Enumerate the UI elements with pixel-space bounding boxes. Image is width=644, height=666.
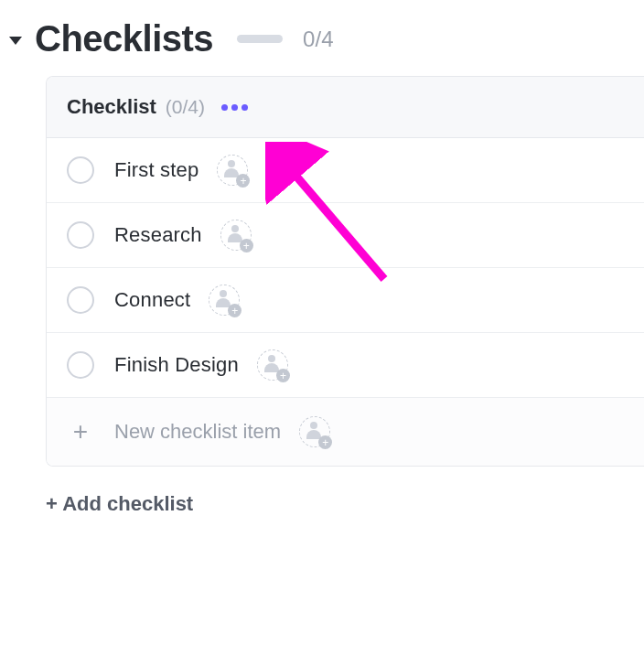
checklist-item[interactable]: Research + xyxy=(47,203,644,268)
checklist-card: Checklist (0/4) First step + Research + … xyxy=(46,76,644,467)
section-title: Checklists xyxy=(35,18,213,59)
add-checklist-label: + Add checklist xyxy=(46,492,193,516)
item-label: First step xyxy=(114,158,199,182)
assign-user-icon[interactable]: + xyxy=(217,155,248,186)
assign-user-icon[interactable]: + xyxy=(220,220,252,251)
caret-down-icon[interactable] xyxy=(9,37,22,45)
checklist-item[interactable]: Finish Design + xyxy=(47,333,644,398)
assign-user-icon[interactable]: + xyxy=(209,285,240,316)
add-checklist-button[interactable]: + Add checklist xyxy=(46,492,193,516)
new-item-row[interactable]: + New checklist item + xyxy=(47,398,644,466)
plus-icon: + xyxy=(67,419,94,445)
checklist-count: (0/4) xyxy=(166,96,205,118)
checkbox-icon[interactable] xyxy=(67,351,94,379)
assign-user-icon[interactable]: + xyxy=(257,349,288,381)
checklist-header: Checklist (0/4) xyxy=(47,77,644,138)
progress-count: 0/4 xyxy=(303,27,333,52)
item-label: Research xyxy=(114,223,202,247)
item-label: Connect xyxy=(114,288,190,312)
checklist-title: Checklist xyxy=(67,95,156,119)
checklist-item[interactable]: First step + xyxy=(47,138,644,203)
new-item-placeholder: New checklist item xyxy=(114,420,281,444)
more-menu-icon[interactable] xyxy=(221,104,248,111)
assign-user-icon[interactable]: + xyxy=(299,416,330,447)
progress-bar xyxy=(237,35,283,43)
item-label: Finish Design xyxy=(114,353,239,377)
checkbox-icon[interactable] xyxy=(67,286,94,314)
checkbox-icon[interactable] xyxy=(67,156,94,184)
checkbox-icon[interactable] xyxy=(67,221,94,249)
section-header: Checklists 0/4 xyxy=(0,0,644,76)
checklist-item[interactable]: Connect + xyxy=(47,268,644,333)
